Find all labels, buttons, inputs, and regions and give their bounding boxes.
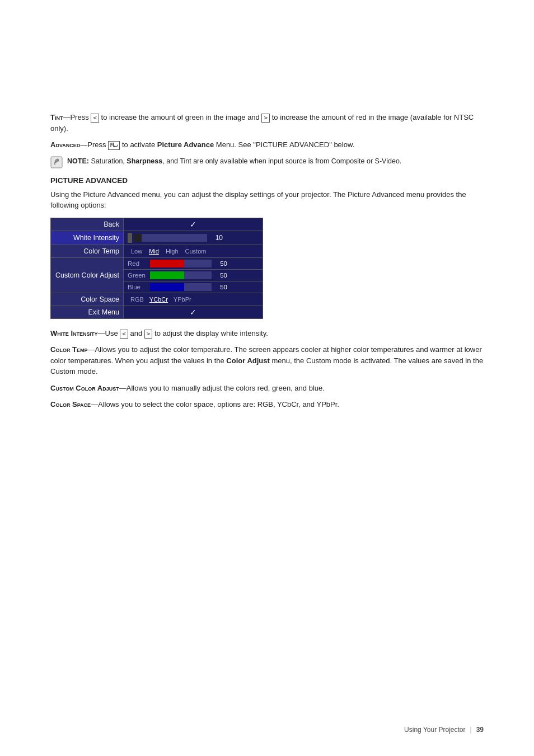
white-intensity-content-cell: 10 (124, 231, 263, 245)
colortemp-custom: Custom (182, 247, 210, 256)
footer: Using Your Projector | 39 (404, 726, 484, 734)
white-intensity-bar-container: 10 (128, 233, 259, 243)
green-value: 50 (214, 272, 227, 279)
white-intensity-label-cell: White Intensity (51, 231, 124, 245)
menu-row-exit: Exit Menu ✓ (51, 306, 263, 318)
wi-cursor (128, 233, 132, 243)
wi-bar-fill (134, 234, 142, 242)
color-temp-desc: Color Temp—Allows you to adjust the colo… (50, 344, 484, 377)
tint-label: Tint (50, 113, 63, 121)
right-bracket-wi: > (144, 330, 153, 339)
white-intensity-desc: White Intensity—Use < and > to adjust th… (50, 328, 484, 339)
advanced-paragraph: Advanced—Press M↵ to activate Picture Ad… (50, 139, 484, 151)
blue-label: Blue (128, 284, 148, 290)
note-box: NOTE: Saturation, Sharpness, and Tint ar… (50, 156, 484, 168)
green-bar-fill (150, 271, 184, 279)
green-label: Green (128, 272, 148, 279)
tint-paragraph: Tint—Press < to increase the amount of g… (50, 112, 484, 134)
left-bracket-tint: < (91, 114, 99, 123)
blue-bar-fill (150, 283, 184, 291)
color-space-desc: Color Space—Allows you to select the col… (50, 399, 484, 410)
red-bar-bg (150, 260, 212, 267)
blue-bar-bg (150, 283, 212, 291)
exit-content-cell: ✓ (124, 306, 263, 318)
colorspace-options: RGB YCbCr YPbPr (128, 295, 259, 304)
note-content: Saturation, Sharpness, and Tint are only… (91, 157, 401, 165)
back-content-cell: ✓ (124, 218, 263, 231)
color-space-desc-label: Color Space (50, 400, 91, 408)
blue-row-content: Blue 50 (124, 281, 263, 293)
footer-text: Using Your Projector (404, 726, 465, 734)
note-text: NOTE: Saturation, Sharpness, and Tint ar… (67, 156, 401, 166)
color-temp-label-cell: Color Temp (51, 245, 124, 257)
picture-advanced-intro: Using the Picture Advanced menu, you can… (50, 189, 484, 211)
color-space-content-cell: RGB YCbCr YPbPr (124, 293, 263, 306)
exit-label-cell: Exit Menu (51, 306, 124, 318)
menu-row-custom-color-label: Custom Color Adjust Red 50 (51, 257, 263, 269)
color-space-label-cell: Color Space (51, 293, 124, 306)
right-bracket-tint: > (261, 114, 270, 123)
colorspace-ypbpr: YPbPr (171, 295, 194, 304)
exit-checkmark: ✓ (190, 308, 196, 317)
custom-color-label-cell: Custom Color Adjust (51, 257, 124, 293)
advanced-label: Advanced (50, 140, 80, 149)
colortemp-low: Low (128, 247, 146, 256)
red-label: Red (128, 260, 148, 267)
custom-color-desc-label: Custom Color Adjust (50, 384, 119, 392)
red-bar-row: Red 50 (128, 260, 259, 267)
color-temp-desc-label: Color Temp (50, 345, 87, 354)
menu-row-color-temp: Color Temp Low Mid High Custom (51, 245, 263, 257)
blue-bar-row: Blue 50 (128, 283, 259, 291)
green-row-content: Green 50 (124, 269, 263, 281)
red-bar-fill (150, 260, 184, 267)
advanced-icon: M↵ (108, 141, 120, 150)
colortemp-options: Low Mid High Custom (128, 247, 259, 256)
menu-row-color-space: Color Space RGB YCbCr YPbPr (51, 293, 263, 306)
red-value: 50 (214, 260, 227, 267)
colortemp-mid: Mid (146, 247, 162, 256)
colortemp-high: High (162, 247, 182, 256)
green-bar-bg (150, 271, 212, 279)
color-temp-content-cell: Low Mid High Custom (124, 245, 263, 257)
back-label-cell: Back (51, 218, 124, 231)
footer-pipe: | (470, 726, 472, 734)
red-row-content: Red 50 (124, 257, 263, 269)
custom-color-desc: Custom Color Adjust—Allows you to manual… (50, 383, 484, 394)
picture-advanced-menu: Back ✓ White Intensity 10 Color Temp (50, 218, 263, 319)
wi-bar-bg (134, 234, 207, 242)
white-intensity-desc-label: White Intensity (50, 329, 98, 337)
blue-value: 50 (214, 284, 227, 290)
picture-advanced-title: PICTURE ADVANCED (50, 176, 484, 185)
wi-value: 10 (209, 234, 223, 242)
green-bar-row: Green 50 (128, 271, 259, 279)
menu-row-back: Back ✓ (51, 218, 263, 231)
note-pencil-icon (50, 156, 63, 168)
colorspace-ycbcr: YCbCr (147, 295, 171, 304)
footer-page-number: 39 (476, 726, 484, 734)
colorspace-rgb: RGB (128, 295, 147, 304)
menu-row-white-intensity: White Intensity 10 (51, 231, 263, 245)
back-checkmark: ✓ (190, 220, 196, 229)
left-bracket-wi: < (120, 330, 128, 339)
